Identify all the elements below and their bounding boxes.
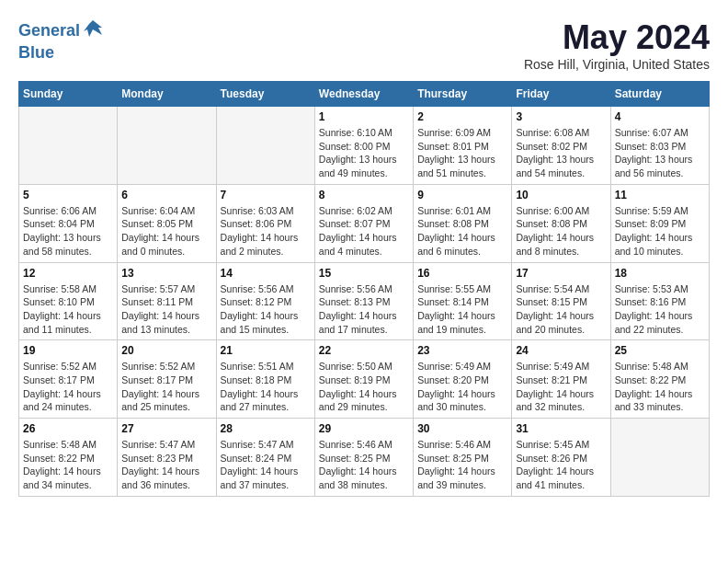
calendar-cell: 11Sunrise: 5:59 AMSunset: 8:09 PMDayligh… [610,184,709,262]
day-number: 7 [221,189,311,201]
day-info: Sunrise: 6:06 AMSunset: 8:04 PMDaylight:… [23,204,113,259]
day-number: 11 [615,189,705,201]
title-block: May 2024 Rose Hill, Virginia, United Sta… [524,18,710,72]
calendar-cell: 7Sunrise: 6:03 AMSunset: 8:06 PMDaylight… [216,184,314,262]
day-info: Sunrise: 6:07 AMSunset: 8:03 PMDaylight:… [615,126,705,180]
day-info: Sunrise: 5:50 AMSunset: 8:19 PMDaylight:… [319,360,409,414]
month-title: May 2024 [524,18,710,57]
day-info: Sunrise: 6:02 AMSunset: 8:07 PMDaylight:… [319,204,409,259]
calendar-cell: 15Sunrise: 5:56 AMSunset: 8:13 PMDayligh… [314,262,413,340]
day-number: 24 [516,344,606,357]
calendar-day-header: Sunday [19,82,118,107]
day-info: Sunrise: 5:48 AMSunset: 8:22 PMDaylight:… [23,438,113,492]
calendar-cell [216,107,314,185]
day-info: Sunrise: 5:56 AMSunset: 8:13 PMDaylight:… [319,282,409,337]
day-info: Sunrise: 5:55 AMSunset: 8:14 PMDaylight:… [417,282,507,337]
calendar-cell: 4Sunrise: 6:07 AMSunset: 8:03 PMDaylight… [610,107,709,185]
svg-marker-0 [84,20,102,37]
calendar-week-row: 12Sunrise: 5:58 AMSunset: 8:10 PMDayligh… [19,262,710,340]
calendar-week-row: 26Sunrise: 5:48 AMSunset: 8:22 PMDayligh… [19,419,710,497]
day-info: Sunrise: 5:48 AMSunset: 8:22 PMDaylight:… [615,360,705,414]
calendar-cell: 27Sunrise: 5:47 AMSunset: 8:23 PMDayligh… [118,419,216,497]
calendar-cell [19,107,118,185]
day-info: Sunrise: 5:45 AMSunset: 8:26 PMDaylight:… [516,438,606,492]
day-number: 25 [615,344,705,357]
day-number: 1 [319,110,409,123]
calendar-cell: 23Sunrise: 5:49 AMSunset: 8:20 PMDayligh… [414,340,512,419]
day-info: Sunrise: 5:57 AMSunset: 8:11 PMDaylight:… [121,282,211,337]
calendar-cell: 31Sunrise: 5:45 AMSunset: 8:26 PMDayligh… [512,419,610,497]
calendar-day-header: Thursday [414,82,512,107]
calendar-cell: 17Sunrise: 5:54 AMSunset: 8:15 PMDayligh… [512,262,610,340]
calendar-cell: 9Sunrise: 6:01 AMSunset: 8:08 PMDaylight… [414,184,512,262]
calendar-cell: 6Sunrise: 6:04 AMSunset: 8:05 PMDaylight… [118,184,216,262]
day-info: Sunrise: 5:46 AMSunset: 8:25 PMDaylight:… [417,438,507,492]
day-number: 13 [121,267,211,280]
day-number: 26 [23,422,113,435]
day-number: 21 [221,344,311,357]
calendar-cell: 20Sunrise: 5:52 AMSunset: 8:17 PMDayligh… [118,340,216,419]
calendar-cell: 28Sunrise: 5:47 AMSunset: 8:24 PMDayligh… [216,419,314,497]
day-info: Sunrise: 6:09 AMSunset: 8:01 PMDaylight:… [417,126,507,180]
day-info: Sunrise: 5:52 AMSunset: 8:17 PMDaylight:… [121,360,211,414]
day-number: 10 [516,189,606,201]
page-header: General Blue May 2024 Rose Hill, Virgini… [18,18,710,72]
location: Rose Hill, Virginia, United States [524,57,710,72]
day-number: 2 [417,110,507,123]
day-number: 3 [516,110,606,123]
calendar-day-header: Tuesday [216,82,314,107]
day-number: 6 [121,189,211,201]
calendar-cell: 26Sunrise: 5:48 AMSunset: 8:22 PMDayligh… [19,419,118,497]
calendar-day-header: Monday [118,82,216,107]
calendar-cell: 22Sunrise: 5:50 AMSunset: 8:19 PMDayligh… [314,340,413,419]
day-number: 8 [319,189,409,201]
logo-text: General [18,22,80,40]
day-info: Sunrise: 5:47 AMSunset: 8:24 PMDaylight:… [221,438,311,492]
day-info: Sunrise: 5:56 AMSunset: 8:12 PMDaylight:… [221,282,311,337]
day-info: Sunrise: 6:10 AMSunset: 8:00 PMDaylight:… [319,126,409,180]
calendar-cell: 12Sunrise: 5:58 AMSunset: 8:10 PMDayligh… [19,262,118,340]
day-number: 31 [516,422,606,435]
calendar-week-row: 1Sunrise: 6:10 AMSunset: 8:00 PMDaylight… [19,107,710,185]
day-info: Sunrise: 5:58 AMSunset: 8:10 PMDaylight:… [23,282,113,337]
day-info: Sunrise: 5:47 AMSunset: 8:23 PMDaylight:… [121,438,211,492]
day-number: 9 [417,189,507,201]
day-info: Sunrise: 6:08 AMSunset: 8:02 PMDaylight:… [516,126,606,180]
calendar-cell [118,107,216,185]
day-info: Sunrise: 6:04 AMSunset: 8:05 PMDaylight:… [121,204,211,259]
calendar-header-row: SundayMondayTuesdayWednesdayThursdayFrid… [19,82,710,107]
day-info: Sunrise: 5:52 AMSunset: 8:17 PMDaylight:… [23,360,113,414]
calendar-cell: 19Sunrise: 5:52 AMSunset: 8:17 PMDayligh… [19,340,118,419]
day-number: 29 [319,422,409,435]
day-number: 30 [417,422,507,435]
calendar-cell: 8Sunrise: 6:02 AMSunset: 8:07 PMDaylight… [314,184,413,262]
calendar-cell: 2Sunrise: 6:09 AMSunset: 8:01 PMDaylight… [414,107,512,185]
calendar-cell: 18Sunrise: 5:53 AMSunset: 8:16 PMDayligh… [610,262,709,340]
logo-blue: Blue [18,44,104,63]
day-number: 27 [121,422,211,435]
day-number: 23 [417,344,507,357]
logo: General Blue [18,18,104,63]
calendar-day-header: Wednesday [314,82,413,107]
calendar-cell: 29Sunrise: 5:46 AMSunset: 8:25 PMDayligh… [314,419,413,497]
calendar-day-header: Saturday [610,82,709,107]
calendar-cell: 10Sunrise: 6:00 AMSunset: 8:08 PMDayligh… [512,184,610,262]
calendar-cell [610,419,709,497]
calendar-cell: 24Sunrise: 5:49 AMSunset: 8:21 PMDayligh… [512,340,610,419]
day-info: Sunrise: 6:01 AMSunset: 8:08 PMDaylight:… [417,204,507,259]
calendar-cell: 1Sunrise: 6:10 AMSunset: 8:00 PMDaylight… [314,107,413,185]
calendar-cell: 5Sunrise: 6:06 AMSunset: 8:04 PMDaylight… [19,184,118,262]
day-number: 18 [615,267,705,280]
day-info: Sunrise: 5:53 AMSunset: 8:16 PMDaylight:… [615,282,705,337]
calendar-week-row: 5Sunrise: 6:06 AMSunset: 8:04 PMDaylight… [19,184,710,262]
logo-bird-icon [82,18,104,44]
calendar-week-row: 19Sunrise: 5:52 AMSunset: 8:17 PMDayligh… [19,340,710,419]
calendar-cell: 30Sunrise: 5:46 AMSunset: 8:25 PMDayligh… [414,419,512,497]
day-info: Sunrise: 5:51 AMSunset: 8:18 PMDaylight:… [221,360,311,414]
day-info: Sunrise: 5:49 AMSunset: 8:21 PMDaylight:… [516,360,606,414]
day-info: Sunrise: 6:00 AMSunset: 8:08 PMDaylight:… [516,204,606,259]
calendar-cell: 16Sunrise: 5:55 AMSunset: 8:14 PMDayligh… [414,262,512,340]
day-number: 15 [319,267,409,280]
day-number: 16 [417,267,507,280]
calendar-cell: 14Sunrise: 5:56 AMSunset: 8:12 PMDayligh… [216,262,314,340]
